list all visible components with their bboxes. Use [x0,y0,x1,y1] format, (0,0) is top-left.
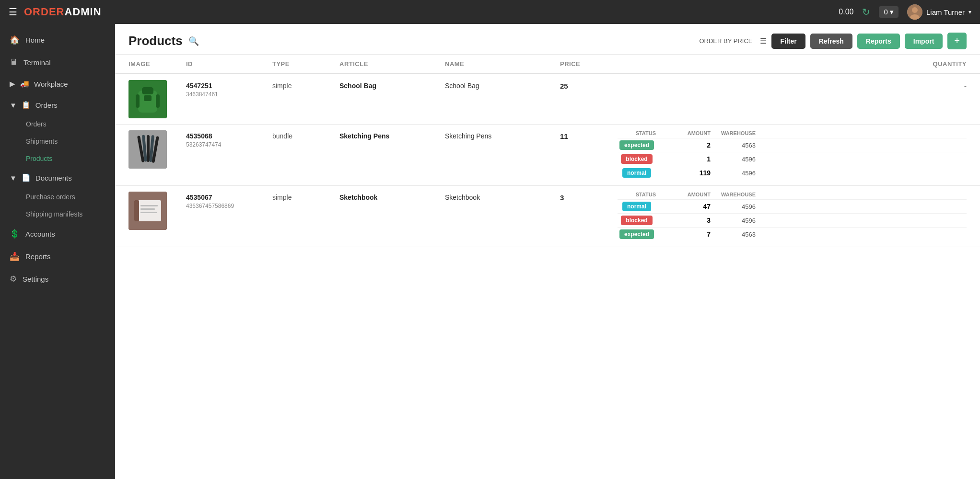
sidebar-item-accounts[interactable]: 💲 Accounts [0,223,115,245]
workplace-icon: ▶ [10,80,15,88]
product-sub-3: 436367457586869 [186,203,272,209]
product-type-2: bundle [272,132,292,140]
sidebar-item-home[interactable]: 🏠 Home [0,29,115,51]
svg-rect-20 [140,212,157,213]
filter-button[interactable]: Filter [771,34,805,49]
notification-count[interactable]: 0 ▾ [879,6,898,18]
col-head-price: Price [560,60,618,68]
table-row: 4535067 436367457586869 simple Sketchboo… [115,186,980,247]
brand-order: ORDER [24,6,64,18]
sidebar-item-settings[interactable]: ⚙ Settings [0,268,115,290]
truck-icon: 🚚 [20,80,29,88]
product-article-1: School Bag [339,82,376,90]
qty-row: normal 47 4596 [618,199,967,213]
qty-warehouse: 4596 [712,203,756,210]
brand: ORDERADMIN [24,6,102,18]
sidebar-documents-submenu: Purchase orders Shipping manifests [0,188,115,223]
hamburger-icon[interactable]: ☰ [9,6,17,18]
user-area[interactable]: Liam Turner ▾ [907,4,971,20]
topnav: ☰ ORDERADMIN 0.00 ↻ 0 ▾ Liam Turner ▾ [0,0,980,24]
sidebar-item-terminal[interactable]: 🖥 Terminal [0,51,115,73]
product-type-3: simple [272,194,292,201]
qty-col-status: Status [618,130,656,136]
qty-row: expected 7 4563 [618,227,967,241]
product-type-1: simple [272,82,292,90]
qty-row: expected 2 4563 [618,138,967,152]
col-head-id: Id [186,60,272,68]
refresh-icon-top[interactable]: ↻ [862,6,870,18]
svg-rect-6 [144,95,152,101]
balance-display: 0.00 [839,8,853,16]
home-icon: 🏠 [10,35,20,45]
status-badge: normal [622,202,651,211]
terminal-icon: 🖥 [10,57,18,67]
status-badge: expected [619,229,654,239]
svg-rect-19 [140,208,155,210]
user-name: Liam Turner [926,8,965,16]
product-price-1: 25 [560,82,568,90]
svg-rect-18 [140,205,158,206]
documents-arrow-icon: ▼ [10,174,17,182]
main-content: Products 🔍 ORDER BY PRICE ☰ Filter Refre… [115,24,980,479]
col-head-article: Article [339,60,445,68]
brand-admin: ADMIN [64,6,101,18]
orders-icon: 📋 [22,101,31,109]
page-header: Products 🔍 ORDER BY PRICE ☰ Filter Refre… [115,24,980,55]
product-price-3: 3 [560,194,564,202]
sidebar-label-settings: Settings [23,275,48,283]
search-icon[interactable]: 🔍 [188,36,199,46]
sidebar-label-reports: Reports [25,252,51,261]
qty-amount: 7 [658,230,711,238]
qty-row: blocked 1 4596 [618,152,967,166]
sidebar-item-orders-sub[interactable]: Orders [21,115,115,133]
sidebar-item-orders[interactable]: ▼ 📋 Orders [0,94,115,115]
qty-warehouse: 4563 [712,231,756,238]
sidebar-item-products[interactable]: Products [21,150,115,167]
documents-icon: 📄 [22,173,31,182]
settings-icon: ⚙ [10,274,17,284]
sidebar-item-documents[interactable]: ▼ 📄 Documents [0,167,115,188]
sort-filter-icon[interactable]: ☰ [760,36,767,46]
sidebar-label-workplace: Workplace [34,80,68,88]
orders-arrow-icon: ▼ [10,101,17,109]
product-sub-2: 53263747474 [186,141,272,148]
qty-warehouse: 4596 [712,156,756,163]
sidebar-label-accounts: Accounts [25,230,55,238]
reports-button[interactable]: Reports [857,34,900,49]
qty-col-status: Status [618,192,656,197]
product-price-2: 11 [560,132,568,140]
avatar [907,4,922,20]
accounts-icon: 💲 [10,229,20,239]
table-header: Image Id Type Article Name Price Quantit… [115,55,980,74]
qty-amount: 3 [658,217,711,224]
col-head-name: Name [445,60,560,68]
import-button[interactable]: Import [905,34,943,49]
product-image-sketchbook [128,192,167,230]
page-title: Products [128,34,183,48]
col-head-type: Type [272,60,339,68]
sidebar-item-reports[interactable]: 📥 Reports [0,245,115,268]
product-name-2: Sketching Pens [445,132,491,140]
product-image-pens [128,130,167,169]
status-badge: expected [619,140,654,150]
refresh-button[interactable]: Refresh [810,34,852,49]
svg-rect-7 [136,94,140,108]
product-name-1: School Bag [445,82,479,90]
sidebar-item-shipping-manifests[interactable]: Shipping manifests [21,205,115,223]
sidebar-item-purchase-orders[interactable]: Purchase orders [21,188,115,205]
sidebar-label-home: Home [25,36,45,44]
qty-col-amount: Amount [658,192,711,197]
sidebar-item-workplace[interactable]: ▶ 🚚 Workplace [0,73,115,94]
sidebar: 🏠 Home 🖥 Terminal ▶ 🚚 Workplace ▼ 📋 Orde… [0,24,115,479]
product-image-schoolbag [128,80,167,118]
qty-dash-1: - [618,80,967,91]
sidebar-item-shipments[interactable]: Shipments [21,133,115,150]
add-product-button[interactable]: + [947,33,967,49]
col-head-quantity: Quantity [618,60,967,68]
qty-table-sketchbook: Status Amount Warehouse normal 47 4596 b… [618,192,967,241]
qty-amount: 47 [658,203,711,210]
status-badge: blocked [621,216,652,225]
product-sub-1: 3463847461 [186,91,272,98]
product-name-3: Sketchbook [445,194,480,201]
svg-rect-8 [156,94,160,108]
